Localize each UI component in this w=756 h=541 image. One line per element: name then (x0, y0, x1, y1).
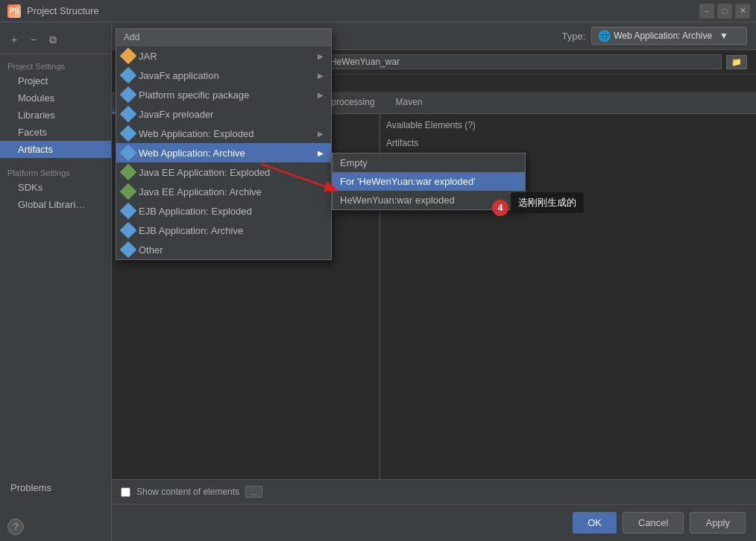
javafx-preloader-icon (120, 106, 137, 123)
sidebar-item-facets[interactable]: Facets (0, 124, 111, 141)
sidebar-item-sdks[interactable]: SDKs (0, 179, 111, 196)
platform-pkg-arrow: ▶ (318, 91, 324, 99)
maximize-button[interactable]: □ (717, 4, 732, 19)
ejb-exploded-icon (120, 203, 137, 220)
project-settings-section: Project Settings (0, 57, 111, 72)
submenu-item-empty[interactable]: Empty (333, 154, 525, 172)
jar-icon (120, 48, 137, 65)
jee-exploded-icon (120, 164, 137, 181)
platform-pkg-label: Platform specific package (139, 89, 249, 101)
help-button[interactable]: ? (7, 519, 24, 535)
add-menu-header: Add (116, 29, 331, 46)
ejb-exploded-label: EJB Application: Exploded (139, 206, 252, 217)
platform-pkg-icon (120, 86, 137, 104)
javafx-app-arrow: ▶ (318, 72, 324, 80)
apply-button[interactable]: Apply (690, 512, 746, 534)
chevron-down-icon: ▼ (719, 31, 728, 41)
bottom-bar: Show content of elements ... (112, 479, 756, 504)
menu-item-ejb-archive[interactable]: EJB Application: Archive (116, 221, 331, 240)
menu-item-jee-archive[interactable]: Java EE Application: Archive (116, 182, 331, 201)
artifacts-label: Artifacts (386, 135, 750, 151)
add-button[interactable]: + (6, 31, 22, 48)
app-icon: PS (7, 4, 21, 18)
minimize-button[interactable]: − (699, 4, 714, 19)
type-dropdown[interactable]: 🌐 Web Application: Archive ▼ (591, 27, 747, 45)
jee-exploded-label: Java EE Application: Exploded (139, 167, 270, 178)
window-controls: − □ ✕ (699, 4, 750, 19)
add-menu: Add JAR ▶ JavaFx application ▶ Platform … (116, 28, 332, 260)
sidebar-toolbar: + − ⧉ (0, 28, 111, 54)
javafx-preloader-label: JavaFx preloader (139, 109, 213, 120)
sidebar-item-project[interactable]: Project (0, 72, 111, 89)
sidebar-item-global-libs[interactable]: Global Librari… (0, 196, 111, 213)
cancel-button[interactable]: Cancel (623, 512, 684, 534)
sidebar-item-artifacts[interactable]: Artifacts (0, 141, 111, 158)
web-exploded-icon (120, 125, 137, 142)
web-archive-label: Web Application: Archive (139, 148, 245, 159)
browse-button[interactable]: 📁 (726, 55, 747, 69)
menu-item-other[interactable]: Other (116, 240, 331, 259)
show-content-label: Show content of elements (136, 487, 239, 497)
title-bar: PS Project Structure − □ ✕ (0, 0, 756, 22)
jee-archive-label: Java EE Application: Archive (139, 186, 262, 197)
menu-item-platform-pkg[interactable]: Platform specific package ▶ (116, 85, 331, 104)
jar-label: JAR (139, 51, 157, 62)
menu-item-web-exploded[interactable]: Web Application: Exploded ▶ (116, 124, 331, 143)
help-area: ? (7, 519, 24, 535)
web-archive-icon (120, 145, 137, 162)
tab-maven[interactable]: Maven (385, 92, 433, 113)
other-label: Other (139, 244, 163, 256)
type-dropdown-value: Web Application: Archive (614, 31, 712, 41)
sidebar-item-libraries[interactable]: Libraries (0, 107, 111, 124)
menu-item-web-archive[interactable]: Web Application: Archive ▶ (116, 143, 331, 162)
ejb-archive-label: EJB Application: Archive (139, 225, 243, 236)
javafx-app-label: JavaFx application (139, 70, 219, 81)
web-archive-arrow: ▶ (318, 149, 324, 157)
platform-settings-section: Platform Settings (0, 164, 111, 179)
sidebar-item-modules[interactable]: Modules (0, 89, 111, 107)
ok-button[interactable]: OK (573, 512, 617, 534)
menu-item-javafx-app[interactable]: JavaFx application ▶ (116, 66, 331, 85)
menu-item-javafx-preloader[interactable]: JavaFx preloader (116, 104, 331, 124)
menu-item-ejb-exploded[interactable]: EJB Application: Exploded (116, 201, 331, 221)
jar-arrow: ▶ (318, 52, 324, 60)
sidebar: + − ⧉ Project Settings Project Modules L… (0, 22, 112, 541)
sub-menu: Empty For 'HeWenYuan:war exploded' HeWen… (332, 153, 526, 210)
available-elements-label: Available Elements (?) (386, 120, 750, 130)
ejb-archive-icon (120, 222, 137, 239)
window-title: Project Structure (27, 5, 99, 16)
javafx-app-icon (120, 67, 137, 84)
other-icon (120, 241, 137, 259)
submenu-item-for-exploded[interactable]: For 'HeWenYuan:war exploded' (333, 172, 525, 191)
main-container: + − ⧉ Project Settings Project Modules L… (0, 22, 756, 541)
jee-archive-icon (120, 183, 137, 200)
web-exploded-arrow: ▶ (318, 130, 324, 138)
menu-item-jar[interactable]: JAR ▶ (116, 46, 331, 66)
dialog-buttons: OK Cancel Apply (112, 504, 756, 541)
copy-button[interactable]: ⧉ (45, 31, 61, 48)
type-dropdown-icon: 🌐 (598, 30, 611, 42)
show-content-checkbox[interactable] (121, 487, 130, 497)
menu-item-jee-exploded[interactable]: Java EE Application: Exploded (116, 162, 331, 182)
sidebar-item-problems[interactable]: Problems (0, 479, 111, 496)
remove-button[interactable]: − (25, 31, 42, 48)
web-exploded-label: Web Application: Exploded (139, 128, 253, 139)
type-label: Type: (561, 31, 585, 42)
dots-button[interactable]: ... (245, 486, 262, 498)
close-button[interactable]: ✕ (735, 4, 750, 19)
submenu-item-hwy-exploded[interactable]: HeWenYuan:war exploded (333, 191, 525, 209)
